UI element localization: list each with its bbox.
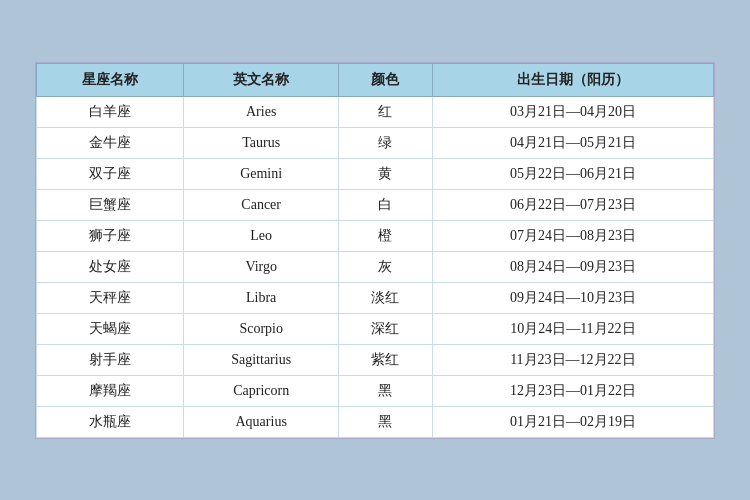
table-cell: 03月21日—04月20日: [432, 96, 713, 127]
table-cell: 白羊座: [37, 96, 184, 127]
table-cell: 07月24日—08月23日: [432, 220, 713, 251]
table-row: 巨蟹座Cancer白06月22日—07月23日: [37, 189, 714, 220]
table-cell: 摩羯座: [37, 375, 184, 406]
table-cell: 08月24日—09月23日: [432, 251, 713, 282]
table-cell: Leo: [184, 220, 339, 251]
header-cell: 星座名称: [37, 63, 184, 96]
table-cell: Taurus: [184, 127, 339, 158]
table-row: 双子座Gemini黄05月22日—06月21日: [37, 158, 714, 189]
header-cell: 出生日期（阳历）: [432, 63, 713, 96]
table-cell: 天秤座: [37, 282, 184, 313]
table-cell: 黑: [339, 375, 433, 406]
table-cell: 灰: [339, 251, 433, 282]
table-cell: 狮子座: [37, 220, 184, 251]
table-row: 处女座Virgo灰08月24日—09月23日: [37, 251, 714, 282]
table-cell: 天蝎座: [37, 313, 184, 344]
table-cell: 水瓶座: [37, 406, 184, 437]
table-cell: Scorpio: [184, 313, 339, 344]
table-cell: 10月24日—11月22日: [432, 313, 713, 344]
zodiac-table: 星座名称英文名称颜色出生日期（阳历） 白羊座Aries红03月21日—04月20…: [36, 63, 714, 438]
table-cell: Libra: [184, 282, 339, 313]
zodiac-table-container: 星座名称英文名称颜色出生日期（阳历） 白羊座Aries红03月21日—04月20…: [35, 62, 715, 439]
table-row: 狮子座Leo橙07月24日—08月23日: [37, 220, 714, 251]
table-row: 射手座Sagittarius紫红11月23日—12月22日: [37, 344, 714, 375]
table-cell: 巨蟹座: [37, 189, 184, 220]
table-header: 星座名称英文名称颜色出生日期（阳历）: [37, 63, 714, 96]
table-row: 水瓶座Aquarius黑01月21日—02月19日: [37, 406, 714, 437]
table-cell: 绿: [339, 127, 433, 158]
table-cell: Aries: [184, 96, 339, 127]
table-cell: 橙: [339, 220, 433, 251]
table-cell: 09月24日—10月23日: [432, 282, 713, 313]
table-cell: 12月23日—01月22日: [432, 375, 713, 406]
table-cell: 白: [339, 189, 433, 220]
table-cell: 黄: [339, 158, 433, 189]
table-row: 天蝎座Scorpio深红10月24日—11月22日: [37, 313, 714, 344]
table-cell: 射手座: [37, 344, 184, 375]
header-cell: 英文名称: [184, 63, 339, 96]
table-cell: Virgo: [184, 251, 339, 282]
table-cell: Cancer: [184, 189, 339, 220]
table-cell: 04月21日—05月21日: [432, 127, 713, 158]
table-cell: 11月23日—12月22日: [432, 344, 713, 375]
table-cell: Aquarius: [184, 406, 339, 437]
table-cell: 黑: [339, 406, 433, 437]
table-cell: 金牛座: [37, 127, 184, 158]
table-cell: 处女座: [37, 251, 184, 282]
header-row: 星座名称英文名称颜色出生日期（阳历）: [37, 63, 714, 96]
table-cell: 06月22日—07月23日: [432, 189, 713, 220]
table-row: 金牛座Taurus绿04月21日—05月21日: [37, 127, 714, 158]
table-cell: 紫红: [339, 344, 433, 375]
header-cell: 颜色: [339, 63, 433, 96]
table-cell: Gemini: [184, 158, 339, 189]
table-row: 白羊座Aries红03月21日—04月20日: [37, 96, 714, 127]
table-cell: 01月21日—02月19日: [432, 406, 713, 437]
table-cell: Sagittarius: [184, 344, 339, 375]
table-cell: 05月22日—06月21日: [432, 158, 713, 189]
table-cell: 淡红: [339, 282, 433, 313]
table-cell: 红: [339, 96, 433, 127]
table-row: 天秤座Libra淡红09月24日—10月23日: [37, 282, 714, 313]
table-body: 白羊座Aries红03月21日—04月20日金牛座Taurus绿04月21日—0…: [37, 96, 714, 437]
table-cell: 双子座: [37, 158, 184, 189]
table-row: 摩羯座Capricorn黑12月23日—01月22日: [37, 375, 714, 406]
table-cell: 深红: [339, 313, 433, 344]
table-cell: Capricorn: [184, 375, 339, 406]
